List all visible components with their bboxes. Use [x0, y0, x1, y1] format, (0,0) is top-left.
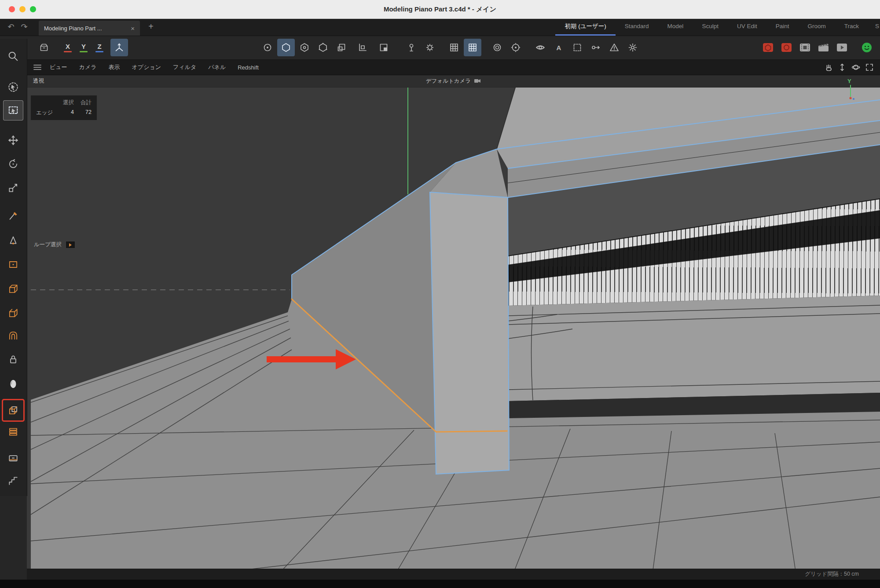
render-film-button[interactable] [796, 39, 814, 56]
hamburger-icon [33, 64, 42, 71]
undo-button[interactable]: ↶ [4, 18, 18, 36]
extrude-tool-highlighted[interactable] [3, 400, 23, 420]
cubes-icon [336, 42, 347, 53]
account-button[interactable] [858, 39, 876, 56]
toolbar-group-guides [488, 39, 524, 56]
layout-tab-uvedit[interactable]: UV Edit [728, 18, 766, 36]
rectangle-selection-icon [7, 105, 19, 116]
project-button[interactable] [35, 39, 53, 56]
lock-tool[interactable] [3, 349, 23, 369]
ring-gear-button[interactable] [507, 39, 524, 56]
tool-hint-button[interactable] [66, 241, 75, 248]
link-button[interactable] [587, 39, 605, 56]
pan-hand-icon[interactable] [824, 63, 833, 72]
search-tool[interactable] [3, 46, 23, 66]
workplane-grid-button[interactable] [445, 39, 463, 56]
steps-tool[interactable] [3, 471, 23, 491]
render-clapper-button[interactable] [814, 39, 832, 56]
eye-icon [535, 42, 546, 53]
workplane-button[interactable] [354, 39, 371, 56]
menu-display[interactable]: 表示 [109, 63, 120, 71]
toolbar-group-tweak [403, 39, 439, 56]
redo-button[interactable]: ↷ [18, 18, 31, 36]
axis-gizmo[interactable]: Y [841, 77, 861, 102]
render-ipr-button[interactable] [777, 39, 795, 56]
rotate-tool[interactable] [3, 154, 23, 174]
warning-button[interactable] [605, 39, 623, 56]
x-axis-label: X [66, 43, 70, 50]
tweak-settings-button[interactable] [421, 39, 439, 56]
isolate-select-button[interactable] [568, 39, 586, 56]
live-selection-tool[interactable] [3, 77, 23, 97]
steps-icon [7, 475, 19, 486]
cube-primitive-tool[interactable] [3, 279, 23, 299]
menu-filter[interactable]: フィルタ [173, 63, 196, 71]
visibility-button[interactable] [532, 39, 549, 56]
y-axis-button[interactable]: Y [76, 39, 91, 56]
camera-label-wrap[interactable]: デフォルトカメラ [27, 75, 880, 87]
y-axis-label: Y [81, 43, 86, 50]
camera-icon [474, 78, 481, 84]
layout-tab-groom[interactable]: Groom [798, 18, 835, 36]
cube-open-icon [7, 307, 19, 319]
rectangle-selection-tool[interactable] [3, 100, 23, 121]
render-play-button[interactable] [833, 39, 851, 56]
rectangle-primitive-tool[interactable] [3, 254, 23, 274]
viewport-menu-button[interactable] [33, 64, 42, 71]
toolbar-group-account [858, 39, 876, 56]
add-tab-icon: + [148, 22, 154, 31]
rings-icon [492, 42, 502, 53]
polygon-pen-tool[interactable] [3, 230, 23, 250]
arch-tool[interactable] [3, 325, 23, 346]
coordinate-system-button[interactable] [110, 39, 128, 56]
x-axis-button[interactable]: X [60, 39, 75, 56]
object-mode-button[interactable] [314, 39, 332, 56]
annotation-button[interactable]: A [550, 39, 568, 56]
model-mode-button[interactable] [277, 39, 295, 56]
capsule-tool[interactable] [3, 374, 23, 394]
menu-redshift[interactable]: Redshift [238, 64, 259, 71]
menu-options[interactable]: オプション [132, 63, 161, 71]
planks-tool[interactable] [3, 422, 23, 442]
layout-tab-paint[interactable]: Paint [766, 18, 799, 36]
close-tab-icon[interactable]: × [126, 25, 135, 32]
layout-switcher: 初期 (ユーザー) Standard Model Sculpt UV Edit … [555, 18, 880, 36]
scale-tool[interactable] [3, 178, 23, 198]
hud-selected-value: 4 [59, 109, 74, 117]
move-tool[interactable] [3, 130, 23, 150]
layout-tab-standard[interactable]: Standard [616, 18, 658, 36]
y-axis-underline [80, 51, 88, 52]
render-view-button[interactable] [759, 39, 777, 56]
titlebar: Modeling Piano Part 3.c4d * - メイン [0, 0, 880, 19]
layout-tab-default-user[interactable]: 初期 (ユーザー) [555, 18, 615, 36]
tweak-button[interactable] [403, 39, 420, 56]
warning-triangle-icon [609, 42, 620, 53]
snap-grid-button[interactable] [464, 39, 481, 56]
maximize-icon[interactable] [865, 63, 874, 72]
layout-tab-track[interactable]: Track [835, 18, 868, 36]
layout-tab-sculpt[interactable]: Sculpt [693, 18, 728, 36]
make-editable-button[interactable] [259, 39, 276, 56]
orbit-icon[interactable] [851, 63, 860, 72]
axis-gizmo-z-dot [853, 98, 854, 100]
texture-mode-button[interactable] [296, 39, 313, 56]
layout-tab-model[interactable]: Model [658, 18, 693, 36]
dashed-select-icon [572, 42, 583, 53]
knife-tool[interactable] [3, 206, 23, 226]
document-tab[interactable]: Modeling Piano Part ... × [39, 21, 140, 36]
menu-camera[interactable]: カメラ [79, 63, 97, 71]
axis-edit-button[interactable] [375, 39, 392, 56]
scene-3d-canvas[interactable] [27, 75, 880, 580]
account-smiley-icon [861, 42, 873, 53]
z-axis-button[interactable]: Z [92, 39, 107, 56]
drawer-tool[interactable] [3, 448, 23, 468]
add-tab-button[interactable]: + [144, 18, 158, 36]
cube-open-tool[interactable] [3, 303, 23, 323]
menu-panel[interactable]: パネル [208, 63, 226, 71]
rings-button[interactable] [488, 39, 506, 56]
viewport-settings-button[interactable] [624, 39, 642, 56]
dolly-icon[interactable] [838, 63, 847, 72]
layout-tab-partial[interactable]: S [868, 18, 880, 36]
cubes-mode-button[interactable] [333, 39, 350, 56]
menu-view[interactable]: ビュー [50, 63, 67, 71]
